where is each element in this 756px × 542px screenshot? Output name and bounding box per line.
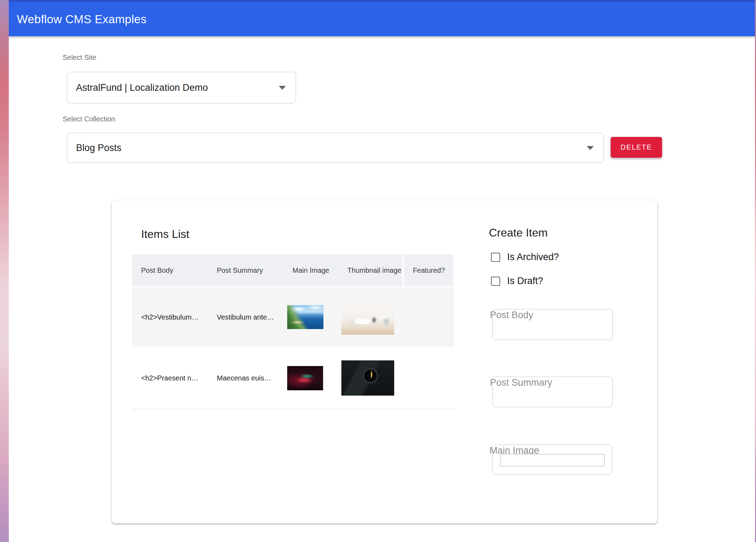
top-accent-line	[9, 0, 755, 2]
chevron-down-icon	[587, 146, 594, 150]
is-archived-checkbox[interactable]	[491, 253, 500, 262]
create-item-title: Create Item	[489, 226, 548, 239]
cell-post-body: <h2>Praesent n…	[132, 347, 208, 409]
row-thumbnail-image-photo	[341, 360, 394, 396]
main-image-field: Main Image	[492, 445, 612, 475]
column-header-featured: Featured?	[404, 254, 454, 286]
select-site-label: Select Site	[63, 53, 96, 62]
left-gradient-border	[0, 0, 9, 542]
collection-select[interactable]: Blog Posts	[67, 133, 604, 163]
row-thumbnail-image-photo	[341, 300, 394, 335]
site-select[interactable]: AstralFund | Localization Demo	[67, 72, 296, 103]
cell-post-summary: Vestibulum ante…	[208, 287, 283, 347]
is-draft-checkbox[interactable]	[491, 277, 500, 286]
post-body-field-label: Post Body	[490, 310, 533, 321]
is-draft-checkbox-row: Is Draft?	[491, 276, 543, 286]
delete-button[interactable]: DELETE	[611, 137, 662, 158]
select-collection-label: Select Collection	[63, 115, 115, 123]
cell-post-summary: Maecenas euis…	[208, 347, 283, 409]
cell-featured	[404, 347, 454, 409]
cell-featured	[404, 287, 454, 347]
column-header-main-image: Main Image	[283, 254, 338, 286]
collection-select-value: Blog Posts	[76, 143, 121, 153]
row-main-image-photo	[287, 366, 323, 390]
column-header-post-body: Post Body	[132, 254, 208, 286]
content-card: Items List Post Body Post Summary Main I…	[112, 200, 657, 523]
post-summary-field[interactable]: Post Summary	[492, 377, 613, 407]
table-row[interactable]: <h2>Praesent n… Maecenas euis…	[132, 347, 454, 409]
post-body-field[interactable]: Post Body	[492, 309, 613, 340]
column-header-thumbnail-image: Thumbnail image	[338, 254, 403, 286]
table-row[interactable]: <h2>Vestibulum… Vestibulum ante…	[132, 287, 454, 347]
cell-post-body: <h2>Vestibulum…	[132, 287, 208, 347]
items-table: Post Body Post Summary Main Image Thumbn…	[132, 254, 454, 409]
column-header-post-summary: Post Summary	[208, 254, 283, 286]
items-table-header: Post Body Post Summary Main Image Thumbn…	[132, 254, 454, 286]
is-archived-label: Is Archived?	[507, 252, 559, 263]
is-draft-label: Is Draft?	[507, 276, 543, 286]
site-select-value: AstralFund | Localization Demo	[76, 82, 208, 93]
main-image-url-input[interactable]	[500, 454, 605, 466]
chevron-down-icon	[279, 86, 286, 90]
is-archived-checkbox-row: Is Archived?	[491, 252, 559, 263]
row-main-image-photo	[287, 305, 323, 329]
items-list-title: Items List	[141, 228, 189, 241]
post-summary-field-label: Post Summary	[490, 377, 552, 388]
app-title: Webflow CMS Examples	[17, 13, 147, 26]
app-bar: Webflow CMS Examples	[9, 2, 755, 36]
